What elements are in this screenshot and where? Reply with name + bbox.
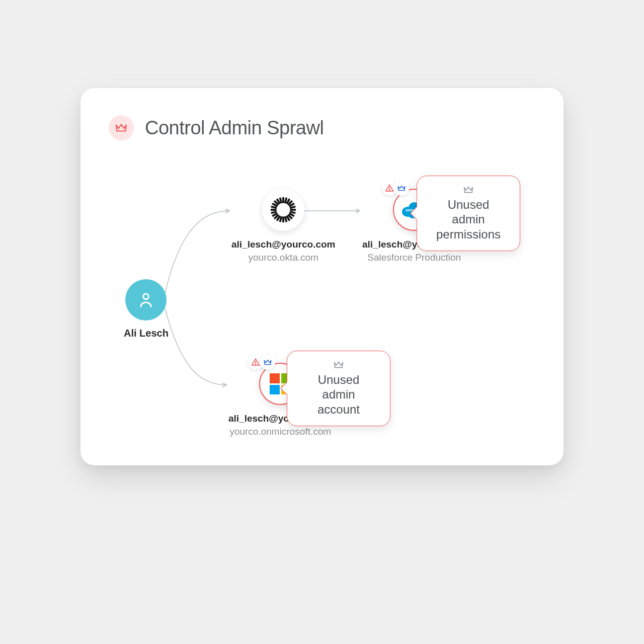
user-name: Ali Lesch bbox=[124, 328, 169, 339]
svg-point-9 bbox=[256, 364, 257, 365]
okta-logo-icon bbox=[262, 189, 304, 231]
salesforce-callout-text: Unused admin permissions bbox=[430, 197, 507, 242]
crown-icon bbox=[260, 355, 275, 370]
main-card: Control Admin Sprawl Ali Le bbox=[80, 88, 564, 465]
svg-point-0 bbox=[143, 294, 149, 299]
microsoft-badges bbox=[248, 355, 275, 370]
diagram-canvas: Ali Lesch bbox=[80, 88, 564, 465]
crown-icon bbox=[462, 184, 475, 195]
okta-email: ali_lesch@yourco.com bbox=[231, 239, 336, 250]
okta-domain: yourco.okta.com bbox=[231, 252, 336, 263]
salesforce-domain: Salesforce Production bbox=[362, 252, 466, 263]
user-avatar-icon bbox=[125, 279, 167, 320]
microsoft-callout-text: Unused admin account bbox=[300, 372, 377, 417]
crown-icon bbox=[332, 359, 345, 370]
salesforce-callout: Unused admin permissions bbox=[417, 176, 520, 251]
crown-icon bbox=[394, 181, 409, 196]
svg-point-2 bbox=[389, 190, 390, 191]
microsoft-domain: yourco.onmicrosoft.com bbox=[228, 426, 333, 437]
user-node: Ali Lesch bbox=[124, 279, 169, 339]
okta-node: ali_lesch@yourco.com yourco.okta.com bbox=[231, 189, 336, 263]
microsoft-callout: Unused admin account bbox=[287, 351, 390, 426]
salesforce-badges bbox=[382, 181, 409, 196]
